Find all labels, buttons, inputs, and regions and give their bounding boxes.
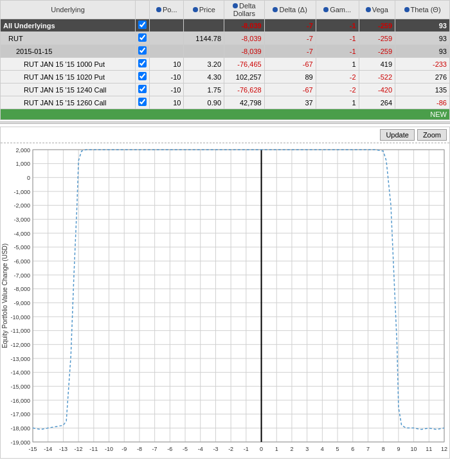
row-vega-5: -420 [359,84,395,96]
svg-text:0: 0 [27,175,30,181]
row-vega-6: 264 [359,96,395,109]
svg-text:-9: -9 [122,446,127,452]
row-pos-1 [150,32,184,45]
row-checkbox-2[interactable] [136,45,150,58]
positions-table: Underlying Po... Price DeltaDollars Delt… [0,0,450,120]
row-delta-1: -7 [264,32,316,45]
row-pos-2 [150,45,184,58]
svg-text:3: 3 [305,446,309,452]
svg-text:10: 10 [411,446,417,452]
svg-text:12: 12 [441,446,447,452]
svg-rect-0 [33,150,444,442]
row-checkbox-3[interactable] [136,58,150,71]
row-delta-6: 37 [264,96,316,109]
svg-text:-18,000: -18,000 [10,425,30,432]
svg-text:4: 4 [321,446,324,452]
svg-text:9: 9 [397,446,400,452]
svg-text:-4,000: -4,000 [14,231,30,237]
row-delta-0: -7 [264,19,316,32]
row-pos-4: -10 [150,71,184,84]
row-gamma-3: 1 [316,58,359,71]
svg-text:-3,000: -3,000 [14,216,30,223]
row-label-5: RUT JAN 15 '15 1240 Call [1,84,136,96]
row-pos-5: -10 [150,84,184,96]
svg-text:-6: -6 [167,446,172,452]
row-delta-5: -67 [264,84,316,96]
svg-text:8: 8 [382,446,385,452]
col-header-gamma: Gam... [316,1,359,19]
zoom-button[interactable]: Zoom [417,129,447,141]
svg-text:-11,000: -11,000 [10,328,30,334]
row-price-5: 1.75 [184,84,224,96]
row-delta-dollars-2: -8,039 [224,45,265,58]
col-header-underlying: Underlying [1,1,136,19]
chart-area: 2,0001,0000-1,000-2,000-3,000-4,000-5,00… [1,143,449,458]
svg-text:0: 0 [260,446,263,452]
row-vega-0: -259 [359,19,395,32]
svg-text:2: 2 [290,446,293,452]
row-pos-3: 10 [150,58,184,71]
row-pos-0 [150,19,184,32]
row-delta-3: -67 [264,58,316,71]
row-gamma-0: -1 [316,19,359,32]
row-price-2 [184,45,224,58]
row-pos-6: 10 [150,96,184,109]
row-label-3: RUT JAN 15 '15 1000 Put [1,58,136,71]
svg-text:-19,000: -19,000 [10,439,30,446]
svg-text:-11: -11 [89,446,98,452]
svg-text:-4: -4 [198,446,203,452]
svg-text:-14: -14 [44,446,52,452]
svg-text:-2: -2 [228,446,233,452]
svg-text:-2,000: -2,000 [14,202,30,209]
row-checkbox-4[interactable] [136,71,150,84]
row-delta-dollars-0: -8,039 [224,19,265,32]
row-checkbox-0[interactable] [136,19,150,32]
svg-text:Equity Portfolio Value Change : Equity Portfolio Value Change (USD) [1,243,8,348]
row-checkbox-6[interactable] [136,96,150,109]
svg-text:-1,000: -1,000 [14,189,30,195]
row-theta-1: 93 [395,32,450,45]
row-delta-dollars-4: 102,257 [224,71,265,84]
row-gamma-2: -1 [316,45,359,58]
svg-text:-15: -15 [28,446,37,452]
row-theta-5: 135 [395,84,450,96]
row-label-6: RUT JAN 15 '15 1260 Call [1,96,136,109]
svg-text:-5,000: -5,000 [14,244,30,251]
col-header-vega: Vega [359,1,395,19]
row-checkbox-1[interactable] [136,32,150,45]
row-label-0: All Underlyings [1,19,136,32]
svg-text:-9,000: -9,000 [14,300,30,306]
svg-text:5: 5 [336,446,339,452]
svg-text:-12: -12 [75,446,83,452]
row-delta-dollars-5: -76,628 [224,84,265,96]
chart-container: Update Zoom 2,0001,0000-1,000-2,000-3,00… [0,127,450,459]
update-button[interactable]: Update [380,129,414,141]
svg-text:-8: -8 [137,446,142,452]
svg-text:-13,000: -13,000 [10,356,30,362]
row-theta-2: 93 [395,45,450,58]
row-theta-6: -86 [395,96,450,109]
chart-svg: 2,0001,0000-1,000-2,000-3,000-4,000-5,00… [1,143,449,458]
chart-toolbar: Update Zoom [1,127,449,143]
svg-text:-13: -13 [59,446,68,452]
col-header-price: Price [184,1,224,19]
row-checkbox-5[interactable] [136,84,150,96]
svg-text:-15,000: -15,000 [10,383,30,390]
svg-text:-17,000: -17,000 [10,411,30,418]
row-vega-3: 419 [359,58,395,71]
row-delta-4: 89 [264,71,316,84]
svg-text:11: 11 [426,446,432,452]
col-header-delta: Delta (Δ) [264,1,316,19]
svg-text:7: 7 [366,446,370,452]
svg-text:-10: -10 [105,446,113,452]
row-gamma-5: -2 [316,84,359,96]
new-row[interactable]: NEW [1,109,450,120]
row-vega-4: -522 [359,71,395,84]
svg-text:1: 1 [275,446,278,452]
svg-text:6: 6 [351,446,354,452]
row-delta-dollars-6: 42,798 [224,96,265,109]
row-vega-2: -259 [359,45,395,58]
row-label-4: RUT JAN 15 '15 1020 Put [1,71,136,84]
svg-text:-10,000: -10,000 [10,314,30,321]
row-gamma-6: 1 [316,96,359,109]
